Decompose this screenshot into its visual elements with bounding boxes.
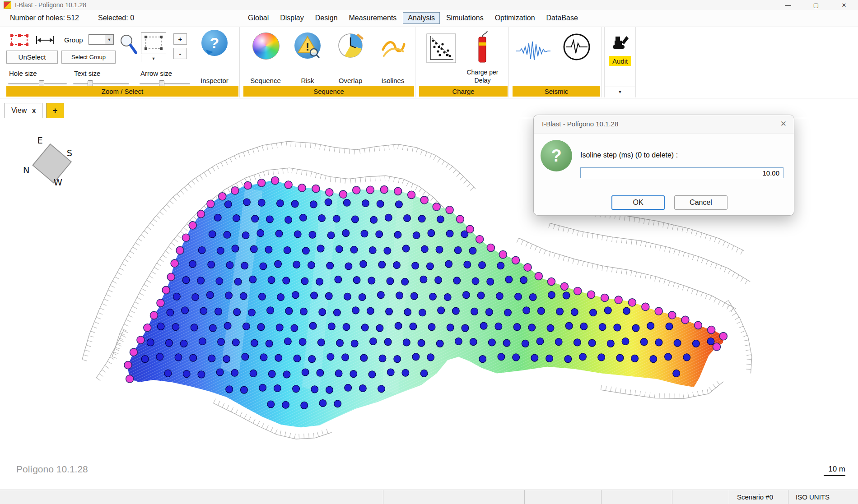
- window-title: I-Blast - Polígono 10.1.28: [15, 1, 86, 9]
- zoom-window-icon: [141, 33, 166, 54]
- svg-text:N: N: [23, 165, 30, 176]
- menu-item-analysis[interactable]: Analysis: [403, 12, 440, 24]
- slider-track: [8, 83, 67, 84]
- risk-label: Risk: [287, 77, 328, 84]
- zoom-magnifier-icon[interactable]: [118, 33, 138, 55]
- overlap-icon[interactable]: [337, 32, 364, 59]
- zoom-options-chevron[interactable]: ▼: [141, 55, 166, 62]
- tab-view[interactable]: View x: [5, 103, 42, 118]
- menu-item-display[interactable]: Display: [275, 12, 308, 24]
- compass: ESNW: [23, 135, 72, 188]
- isolines-label: Isolines: [373, 77, 413, 84]
- charge-chart-icon[interactable]: [426, 33, 456, 63]
- section-label-seismic: Seismic: [513, 86, 600, 97]
- charge-per-delay-label-line2: Delay: [461, 77, 504, 84]
- maximize-button[interactable]: ▢: [802, 0, 830, 10]
- window-controls: — ▢ ✕: [774, 0, 858, 10]
- chevron-down-icon: ▼: [105, 35, 113, 44]
- ribbon-group-audit: Audit ▼: [604, 27, 636, 97]
- main-menu: Global Display Design Measurements Analy…: [243, 12, 583, 24]
- scale-label: 10 m: [828, 465, 845, 473]
- dialog-close-icon[interactable]: ✕: [780, 119, 787, 129]
- sequence-icon[interactable]: [252, 32, 280, 60]
- isoline-step-dialog: I-Blast - Polígono 10.1.28 ✕ ? Isoline s…: [533, 115, 794, 216]
- statusbar-separator: [788, 490, 788, 504]
- cancel-button[interactable]: Cancel: [674, 195, 727, 210]
- inspector-icon[interactable]: ?: [201, 30, 228, 56]
- minimize-button[interactable]: —: [774, 0, 802, 10]
- audit-chevron[interactable]: ▼: [605, 87, 635, 97]
- measure-arrow-icon[interactable]: [33, 32, 57, 48]
- tab-close-icon[interactable]: x: [32, 107, 36, 114]
- tab-view-label: View: [11, 106, 27, 115]
- selected-count-label: Selected: 0: [98, 14, 134, 22]
- statusbar-separator: [383, 490, 383, 504]
- sequence-label: Sequence: [245, 77, 286, 84]
- arrow-size-label: Arrow size: [140, 69, 172, 77]
- scenario-label: Scenario #0: [737, 493, 773, 501]
- ribbon-group-sequence: ! Se: [242, 27, 415, 97]
- inspector-label: Inspector: [188, 77, 241, 84]
- statusbar-separator: [729, 490, 729, 504]
- hole-counters: Number of holes: 512Selected: 0: [10, 14, 153, 22]
- slider-track: [73, 83, 129, 84]
- question-icon: ?: [541, 140, 572, 171]
- menu-item-global[interactable]: Global: [243, 12, 274, 24]
- menu-item-measurements[interactable]: Measurements: [344, 12, 402, 24]
- charge-per-delay-icon[interactable]: [473, 30, 491, 66]
- dialog-title: I-Blast - Polígono 10.1.28: [542, 120, 618, 128]
- status-bar: Scenario #0 ISO UNITS: [0, 490, 858, 504]
- menu-item-database[interactable]: DataBase: [541, 12, 583, 24]
- overlap-label: Overlap: [330, 77, 371, 84]
- app-icon: [4, 1, 11, 9]
- title-bar: I-Blast - Polígono 10.1.28 — ▢ ✕: [0, 0, 858, 10]
- section-label-zoom-select: Zoom / Select: [6, 86, 238, 97]
- section-label-sequence: Sequence: [243, 86, 414, 97]
- svg-text:W: W: [54, 177, 62, 188]
- scale-line: [824, 475, 845, 476]
- dialog-prompt: Isoline step (ms) (0 to delete) :: [580, 151, 678, 159]
- seismic-waveform-icon[interactable]: [515, 39, 551, 63]
- charge-per-delay-label-line1: Charge per: [461, 69, 504, 76]
- menu-bar: Number of holes: 512Selected: 0 Global D…: [0, 10, 858, 27]
- ribbon-group-charge: Charge per Delay Charge: [418, 27, 509, 97]
- scale-bar: 10 m: [824, 465, 845, 476]
- zoom-window-button[interactable]: [141, 32, 166, 54]
- audit-button[interactable]: Audit: [609, 56, 631, 66]
- statusbar-separator: [672, 490, 672, 504]
- section-label-charge: Charge: [419, 86, 508, 97]
- svg-text:!: !: [306, 41, 309, 53]
- menu-item-optimization[interactable]: Optimization: [490, 12, 540, 24]
- risk-icon[interactable]: !: [294, 32, 321, 59]
- zoom-in-button[interactable]: +: [173, 33, 187, 45]
- audit-machine-icon[interactable]: [610, 32, 630, 51]
- isoline-step-input[interactable]: [580, 167, 783, 178]
- svg-text:S: S: [67, 148, 72, 158]
- zoom-out-button[interactable]: -: [173, 48, 187, 59]
- statusbar-separator: [601, 490, 602, 504]
- application-window: I-Blast - Polígono 10.1.28 — ▢ ✕ Number …: [0, 0, 858, 504]
- ribbon-group-zoom-select: Group ▼ UnSelect Select Group ▼ + - Hole…: [5, 27, 240, 97]
- selection-rectangle-icon[interactable]: [9, 32, 30, 48]
- group-dropdown[interactable]: ▼: [89, 34, 114, 45]
- slider-track: [140, 83, 190, 84]
- ok-button[interactable]: OK: [611, 195, 665, 210]
- unselect-button[interactable]: UnSelect: [6, 51, 58, 64]
- hole-size-label: Hole size: [9, 69, 37, 77]
- seismograph-icon[interactable]: [562, 32, 591, 61]
- close-button[interactable]: ✕: [830, 0, 858, 10]
- holes-count-label: Number of holes: 512: [10, 14, 79, 22]
- statusbar-separator: [524, 490, 525, 504]
- svg-text:E: E: [37, 135, 42, 146]
- text-size-label: Text size: [74, 69, 100, 77]
- menu-item-simulations[interactable]: Simulations: [441, 12, 489, 24]
- menu-item-design[interactable]: Design: [310, 12, 343, 24]
- ribbon-group-seismic: Seismic: [512, 27, 602, 97]
- units-label: ISO UNITS: [796, 493, 830, 501]
- isolines-icon[interactable]: [380, 32, 406, 59]
- canvas-caption: Polígono 10.1.28: [16, 464, 88, 475]
- ribbon-toolbar: Group ▼ UnSelect Select Group ▼ + - Hole…: [0, 27, 858, 98]
- select-group-button[interactable]: Select Group: [61, 51, 116, 64]
- group-label: Group: [64, 36, 83, 44]
- add-tab-button[interactable]: +: [46, 103, 64, 118]
